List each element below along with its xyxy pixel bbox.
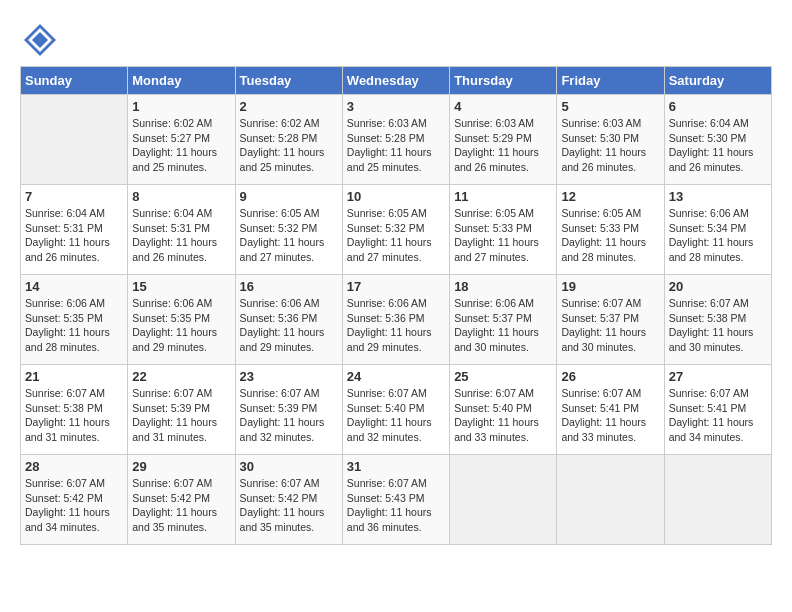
day-number: 17 (347, 279, 445, 294)
column-header-tuesday: Tuesday (235, 67, 342, 95)
calendar-cell: 1Sunrise: 6:02 AM Sunset: 5:27 PM Daylig… (128, 95, 235, 185)
day-number: 19 (561, 279, 659, 294)
day-info: Sunrise: 6:03 AM Sunset: 5:30 PM Dayligh… (561, 116, 659, 175)
day-info: Sunrise: 6:07 AM Sunset: 5:40 PM Dayligh… (454, 386, 552, 445)
column-header-saturday: Saturday (664, 67, 771, 95)
logo (20, 20, 60, 56)
calendar-cell: 27Sunrise: 6:07 AM Sunset: 5:41 PM Dayli… (664, 365, 771, 455)
column-header-friday: Friday (557, 67, 664, 95)
calendar-cell: 5Sunrise: 6:03 AM Sunset: 5:30 PM Daylig… (557, 95, 664, 185)
column-header-sunday: Sunday (21, 67, 128, 95)
day-info: Sunrise: 6:07 AM Sunset: 5:43 PM Dayligh… (347, 476, 445, 535)
calendar-table: SundayMondayTuesdayWednesdayThursdayFrid… (20, 66, 772, 545)
calendar-cell (21, 95, 128, 185)
calendar-cell: 11Sunrise: 6:05 AM Sunset: 5:33 PM Dayli… (450, 185, 557, 275)
column-header-monday: Monday (128, 67, 235, 95)
calendar-cell: 15Sunrise: 6:06 AM Sunset: 5:35 PM Dayli… (128, 275, 235, 365)
day-info: Sunrise: 6:06 AM Sunset: 5:36 PM Dayligh… (240, 296, 338, 355)
calendar-cell: 4Sunrise: 6:03 AM Sunset: 5:29 PM Daylig… (450, 95, 557, 185)
calendar-cell (450, 455, 557, 545)
column-header-wednesday: Wednesday (342, 67, 449, 95)
day-number: 3 (347, 99, 445, 114)
day-number: 1 (132, 99, 230, 114)
day-info: Sunrise: 6:02 AM Sunset: 5:28 PM Dayligh… (240, 116, 338, 175)
calendar-cell: 12Sunrise: 6:05 AM Sunset: 5:33 PM Dayli… (557, 185, 664, 275)
calendar-cell: 24Sunrise: 6:07 AM Sunset: 5:40 PM Dayli… (342, 365, 449, 455)
calendar-cell: 20Sunrise: 6:07 AM Sunset: 5:38 PM Dayli… (664, 275, 771, 365)
calendar-cell: 14Sunrise: 6:06 AM Sunset: 5:35 PM Dayli… (21, 275, 128, 365)
calendar-cell: 2Sunrise: 6:02 AM Sunset: 5:28 PM Daylig… (235, 95, 342, 185)
day-info: Sunrise: 6:06 AM Sunset: 5:36 PM Dayligh… (347, 296, 445, 355)
calendar-week-row: 14Sunrise: 6:06 AM Sunset: 5:35 PM Dayli… (21, 275, 772, 365)
day-info: Sunrise: 6:07 AM Sunset: 5:37 PM Dayligh… (561, 296, 659, 355)
calendar-cell: 23Sunrise: 6:07 AM Sunset: 5:39 PM Dayli… (235, 365, 342, 455)
day-number: 14 (25, 279, 123, 294)
calendar-cell: 21Sunrise: 6:07 AM Sunset: 5:38 PM Dayli… (21, 365, 128, 455)
calendar-cell: 26Sunrise: 6:07 AM Sunset: 5:41 PM Dayli… (557, 365, 664, 455)
calendar-cell: 29Sunrise: 6:07 AM Sunset: 5:42 PM Dayli… (128, 455, 235, 545)
day-info: Sunrise: 6:07 AM Sunset: 5:38 PM Dayligh… (669, 296, 767, 355)
day-number: 28 (25, 459, 123, 474)
day-number: 21 (25, 369, 123, 384)
calendar-cell: 31Sunrise: 6:07 AM Sunset: 5:43 PM Dayli… (342, 455, 449, 545)
day-number: 9 (240, 189, 338, 204)
day-info: Sunrise: 6:07 AM Sunset: 5:41 PM Dayligh… (669, 386, 767, 445)
day-number: 22 (132, 369, 230, 384)
calendar-week-row: 28Sunrise: 6:07 AM Sunset: 5:42 PM Dayli… (21, 455, 772, 545)
calendar-header-row: SundayMondayTuesdayWednesdayThursdayFrid… (21, 67, 772, 95)
calendar-cell: 10Sunrise: 6:05 AM Sunset: 5:32 PM Dayli… (342, 185, 449, 275)
calendar-week-row: 21Sunrise: 6:07 AM Sunset: 5:38 PM Dayli… (21, 365, 772, 455)
day-info: Sunrise: 6:04 AM Sunset: 5:30 PM Dayligh… (669, 116, 767, 175)
day-info: Sunrise: 6:07 AM Sunset: 5:42 PM Dayligh… (240, 476, 338, 535)
calendar-week-row: 1Sunrise: 6:02 AM Sunset: 5:27 PM Daylig… (21, 95, 772, 185)
calendar-cell: 25Sunrise: 6:07 AM Sunset: 5:40 PM Dayli… (450, 365, 557, 455)
calendar-cell: 7Sunrise: 6:04 AM Sunset: 5:31 PM Daylig… (21, 185, 128, 275)
day-number: 30 (240, 459, 338, 474)
day-number: 2 (240, 99, 338, 114)
day-number: 13 (669, 189, 767, 204)
calendar-cell: 18Sunrise: 6:06 AM Sunset: 5:37 PM Dayli… (450, 275, 557, 365)
page-header (20, 20, 772, 56)
calendar-cell: 17Sunrise: 6:06 AM Sunset: 5:36 PM Dayli… (342, 275, 449, 365)
calendar-cell (557, 455, 664, 545)
day-info: Sunrise: 6:05 AM Sunset: 5:32 PM Dayligh… (347, 206, 445, 265)
calendar-cell: 30Sunrise: 6:07 AM Sunset: 5:42 PM Dayli… (235, 455, 342, 545)
day-number: 26 (561, 369, 659, 384)
day-info: Sunrise: 6:06 AM Sunset: 5:35 PM Dayligh… (25, 296, 123, 355)
day-info: Sunrise: 6:04 AM Sunset: 5:31 PM Dayligh… (25, 206, 123, 265)
day-number: 8 (132, 189, 230, 204)
day-info: Sunrise: 6:02 AM Sunset: 5:27 PM Dayligh… (132, 116, 230, 175)
day-info: Sunrise: 6:07 AM Sunset: 5:42 PM Dayligh… (25, 476, 123, 535)
calendar-cell: 22Sunrise: 6:07 AM Sunset: 5:39 PM Dayli… (128, 365, 235, 455)
calendar-cell: 16Sunrise: 6:06 AM Sunset: 5:36 PM Dayli… (235, 275, 342, 365)
day-number: 25 (454, 369, 552, 384)
day-number: 4 (454, 99, 552, 114)
day-number: 29 (132, 459, 230, 474)
day-info: Sunrise: 6:07 AM Sunset: 5:39 PM Dayligh… (240, 386, 338, 445)
day-number: 11 (454, 189, 552, 204)
calendar-week-row: 7Sunrise: 6:04 AM Sunset: 5:31 PM Daylig… (21, 185, 772, 275)
calendar-cell: 3Sunrise: 6:03 AM Sunset: 5:28 PM Daylig… (342, 95, 449, 185)
calendar-cell: 19Sunrise: 6:07 AM Sunset: 5:37 PM Dayli… (557, 275, 664, 365)
day-info: Sunrise: 6:07 AM Sunset: 5:41 PM Dayligh… (561, 386, 659, 445)
day-number: 15 (132, 279, 230, 294)
day-info: Sunrise: 6:07 AM Sunset: 5:38 PM Dayligh… (25, 386, 123, 445)
calendar-cell: 8Sunrise: 6:04 AM Sunset: 5:31 PM Daylig… (128, 185, 235, 275)
column-header-thursday: Thursday (450, 67, 557, 95)
day-info: Sunrise: 6:06 AM Sunset: 5:34 PM Dayligh… (669, 206, 767, 265)
day-info: Sunrise: 6:07 AM Sunset: 5:40 PM Dayligh… (347, 386, 445, 445)
day-number: 18 (454, 279, 552, 294)
calendar-cell (664, 455, 771, 545)
day-number: 31 (347, 459, 445, 474)
calendar-cell: 28Sunrise: 6:07 AM Sunset: 5:42 PM Dayli… (21, 455, 128, 545)
day-number: 12 (561, 189, 659, 204)
day-number: 23 (240, 369, 338, 384)
day-info: Sunrise: 6:05 AM Sunset: 5:33 PM Dayligh… (561, 206, 659, 265)
day-info: Sunrise: 6:06 AM Sunset: 5:37 PM Dayligh… (454, 296, 552, 355)
day-info: Sunrise: 6:03 AM Sunset: 5:29 PM Dayligh… (454, 116, 552, 175)
day-info: Sunrise: 6:07 AM Sunset: 5:42 PM Dayligh… (132, 476, 230, 535)
calendar-cell: 9Sunrise: 6:05 AM Sunset: 5:32 PM Daylig… (235, 185, 342, 275)
day-number: 7 (25, 189, 123, 204)
day-info: Sunrise: 6:03 AM Sunset: 5:28 PM Dayligh… (347, 116, 445, 175)
day-number: 24 (347, 369, 445, 384)
